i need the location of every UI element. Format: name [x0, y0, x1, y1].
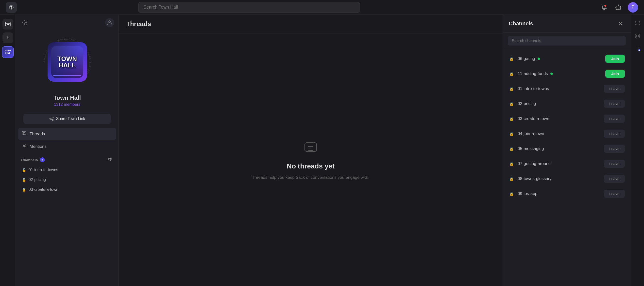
notifications-icon[interactable] — [599, 2, 609, 12]
online-indicator — [538, 58, 540, 60]
mentions-icon — [22, 143, 26, 149]
empty-state-icon — [302, 140, 320, 157]
leave-button[interactable]: Leave — [604, 115, 625, 123]
channels-panel-title: Channels — [509, 20, 533, 27]
lock-icon: 🔒 — [509, 101, 514, 107]
icon-rail: + TOWNHALL — [0, 15, 16, 286]
right-edge-icons — [631, 15, 644, 286]
leave-button[interactable]: Leave — [604, 85, 625, 93]
leave-action: Leave — [604, 160, 625, 168]
panel-channel-name: 08-towns-glossary — [518, 176, 600, 181]
leave-action: Leave — [604, 130, 625, 138]
svg-point-8 — [618, 4, 618, 5]
leave-action: Leave — [604, 190, 625, 198]
panel-channel-06-gating[interactable]: 🔒 06-gating Join — [503, 51, 631, 66]
add-server-icon[interactable]: + — [2, 32, 13, 43]
channel-item-02[interactable]: 🔒 02-pricing — [18, 175, 116, 184]
lock-icon: 🔒 — [509, 116, 514, 122]
leave-action: Leave — [604, 85, 625, 93]
lock-icon: 🔒 — [509, 191, 514, 196]
leave-action: Leave — [604, 144, 625, 153]
lock-icon: 🔒 — [509, 56, 514, 61]
lock-icon: 🔒 — [22, 177, 26, 182]
panel-channel-03-create[interactable]: 🔒 03-create-a-town Leave — [503, 111, 631, 126]
join-button[interactable]: Join — [605, 70, 625, 78]
panel-channel-02-pricing[interactable]: 🔒 02-pricing Leave — [503, 96, 631, 111]
svg-point-18 — [52, 120, 53, 121]
nav-item-mentions[interactable]: Mentions — [18, 141, 116, 152]
leave-button[interactable]: Leave — [604, 100, 625, 108]
svg-rect-21 — [22, 131, 26, 134]
share-town-link-button[interactable]: Share Town Link — [24, 114, 110, 124]
chat-bubble-icon[interactable] — [633, 44, 642, 53]
channels-search-wrap — [503, 33, 631, 49]
channels-search-input[interactable] — [508, 36, 626, 45]
svg-rect-28 — [636, 36, 637, 38]
channels-section-header: Channels 2 — [16, 153, 118, 165]
expand-icon[interactable] — [633, 19, 642, 27]
topbar-right: P — [599, 2, 638, 12]
app-logo[interactable]: T — [6, 2, 17, 13]
refresh-channels-icon[interactable] — [106, 156, 113, 163]
search-input[interactable] — [138, 2, 360, 12]
svg-point-17 — [50, 118, 51, 120]
leave-button[interactable]: Leave — [604, 160, 625, 168]
main-title: Threads — [126, 20, 495, 28]
inbox-rail-icon[interactable] — [2, 19, 13, 29]
panel-channel-04-join[interactable]: 🔒 04-join-a-town Leave — [503, 126, 631, 141]
sidebar-members-icon[interactable] — [105, 18, 114, 27]
server-icon[interactable]: TOWNHALL — [2, 46, 14, 58]
channel-item-03[interactable]: 🔒 03-create-a-town — [18, 185, 116, 194]
banner-bg: 7D6G3GB6DBe 0D4AA1AC70 77C4A 7D63 0ε8690… — [38, 32, 97, 92]
close-panel-icon[interactable]: ✕ — [616, 19, 625, 28]
channel-name: 02-pricing — [28, 177, 46, 182]
lock-icon: 🔒 — [509, 176, 514, 181]
panel-channel-name: 02-pricing — [518, 101, 600, 106]
svg-rect-11 — [6, 22, 10, 26]
leave-action: Leave — [604, 100, 625, 108]
svg-point-14 — [109, 21, 110, 23]
channels-label: Channels 2 — [21, 157, 45, 162]
svg-line-20 — [51, 119, 52, 120]
join-button[interactable]: Join — [605, 55, 625, 63]
svg-point-5 — [617, 7, 618, 8]
panel-channel-name: 04-join-a-town — [518, 131, 600, 136]
grid-icon[interactable] — [633, 31, 642, 40]
leave-button[interactable]: Leave — [604, 144, 625, 153]
panel-channel-05-messaging[interactable]: 🔒 05-messaging Leave — [503, 141, 631, 156]
channel-name: 03-create-a-town — [28, 187, 58, 192]
sidebar-nav: Threads Mentions — [16, 127, 118, 153]
threads-label: Threads — [30, 132, 45, 137]
channel-name: 01-intro-to-towns — [28, 168, 58, 172]
main-header: Threads — [119, 15, 502, 33]
user-avatar[interactable]: P — [628, 2, 638, 12]
panel-channel-11-adding-funds[interactable]: 🔒 11-adding-funds Join — [503, 66, 631, 81]
lock-icon: 🔒 — [509, 71, 514, 76]
panel-channel-09-ios-app[interactable]: 🔒 09-ios-app Leave — [503, 186, 631, 201]
threads-icon — [22, 131, 26, 137]
leave-button[interactable]: Leave — [604, 190, 625, 198]
svg-rect-12 — [7, 24, 9, 25]
nav-item-threads[interactable]: Threads — [18, 128, 116, 140]
svg-point-16 — [52, 117, 53, 118]
robot-icon[interactable] — [614, 2, 623, 12]
sidebar-settings-icon[interactable] — [20, 18, 29, 27]
leave-button[interactable]: Leave — [604, 175, 625, 183]
search-bar[interactable] — [138, 2, 360, 12]
lock-icon: 🔒 — [509, 161, 514, 166]
channels-panel-list: 🔒 06-gating Join 🔒 11-adding-funds Join — [503, 49, 631, 286]
lock-icon: 🔒 — [509, 86, 514, 92]
svg-rect-26 — [636, 34, 637, 35]
server-name: Town Hall — [54, 94, 81, 101]
panel-channel-07-getting-around[interactable]: 🔒 07-getting-around Leave — [503, 156, 631, 171]
channel-list: 🔒 01-intro-to-towns 🔒 02-pricing 🔒 03-cr… — [16, 165, 118, 194]
panel-channel-01-intro[interactable]: 🔒 01-intro-to-towns Leave — [503, 81, 631, 96]
main-layout: + TOWNHALL — [0, 15, 644, 286]
leave-button[interactable]: Leave — [604, 130, 625, 138]
main-content: Threads No threads yet Threads help you … — [119, 15, 502, 286]
panel-channel-name: 05-messaging — [518, 146, 600, 151]
mentions-label: Mentions — [30, 144, 46, 149]
channel-item-01[interactable]: 🔒 01-intro-to-towns — [18, 165, 116, 175]
panel-channel-name: 07-getting-around — [518, 161, 600, 166]
panel-channel-08-towns-glossary[interactable]: 🔒 08-towns-glossary Leave — [503, 171, 631, 186]
